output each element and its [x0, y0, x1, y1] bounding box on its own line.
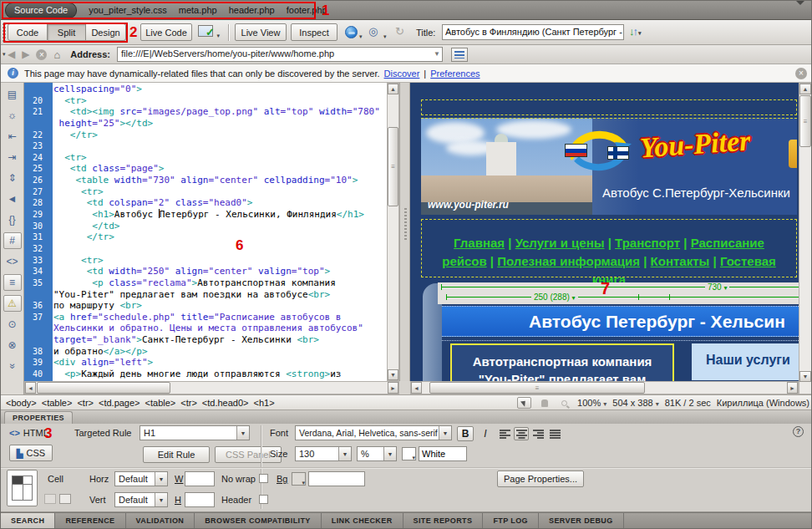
tag-selector-item[interactable]: <body>: [6, 398, 37, 408]
related-file-tab[interactable]: you_piter_style.css: [89, 5, 167, 15]
document-title-input[interactable]: Автобус в Финляндию (Санкт Петербург - Х…: [442, 24, 624, 40]
page-properties-button[interactable]: Page Properties...: [497, 471, 584, 487]
refresh-design-view-icon[interactable]: ↻: [395, 25, 404, 38]
source-code-tab[interactable]: Source Code: [5, 3, 77, 18]
close-info-bar-icon[interactable]: ×: [795, 68, 807, 79]
discover-link[interactable]: Discover: [384, 69, 420, 79]
tag-selector-item[interactable]: <h1>: [254, 398, 275, 408]
code-line[interactable]: 20 <tr>: [24, 95, 387, 107]
html-mode-button[interactable]: <> HTML: [9, 425, 56, 441]
bg-color-input[interactable]: [308, 471, 365, 486]
results-tab-search[interactable]: SEARCH: [1, 513, 55, 529]
results-tab-browser-compatibility[interactable]: BROWSER COMPATIBILITY: [195, 513, 322, 529]
design-nav-link[interactable]: Транспорт: [615, 236, 680, 250]
scroll-right-icon[interactable]: ►: [388, 382, 398, 394]
align-center-button[interactable]: [514, 427, 529, 440]
cell-width-label[interactable]: 250 (288) ▾: [531, 292, 578, 302]
remove-comment-icon[interactable]: ⊗: [3, 337, 22, 354]
forward-icon[interactable]: ▶: [22, 48, 29, 60]
results-tab-ftp-log[interactable]: FTP LOG: [483, 513, 539, 529]
results-tab-validation[interactable]: VALIDATION: [126, 513, 195, 529]
address-dropdown-caret[interactable]: ▼: [434, 50, 440, 58]
design-view-button[interactable]: Design: [86, 23, 126, 41]
code-line[interactable]: 22 </tr>: [24, 130, 387, 141]
check-browser-compatibility-icon[interactable]: ✓▾: [198, 25, 220, 39]
text-color-picker[interactable]: [402, 447, 416, 460]
magnification-select[interactable]: 100% ▾: [577, 398, 606, 408]
toolbar-grip[interactable]: [3, 23, 6, 42]
recent-snippets-icon[interactable]: »: [4, 357, 21, 375]
design-nav-link[interactable]: Полезная информация: [497, 254, 640, 268]
design-hscroll-thumb[interactable]: ≡: [429, 382, 645, 394]
code-line[interactable]: 39<div align="left">: [24, 357, 387, 369]
balance-braces-icon[interactable]: {}: [3, 211, 22, 228]
results-tab-link-checker[interactable]: LINK CHECKER: [322, 513, 403, 529]
code-scroll-thumb[interactable]: ≡: [388, 127, 398, 206]
related-file-tab[interactable]: meta.php: [179, 5, 217, 15]
code-line[interactable]: height="25"></td>: [24, 118, 387, 130]
code-line[interactable]: 33 <tr>: [24, 255, 387, 267]
justify-button[interactable]: [547, 427, 562, 440]
results-tab-server-debug[interactable]: SERVER DEBUG: [539, 513, 624, 529]
code-view-button[interactable]: Code: [8, 23, 48, 41]
font-select[interactable]: Verdana, Arial, Helvetica, sans-serif▼: [295, 425, 452, 440]
page-heading-h1[interactable]: Автобус Петербург - Хельсин: [442, 306, 799, 337]
size-select[interactable]: 130▼: [295, 446, 352, 461]
results-tab-reference[interactable]: REFERENCE: [55, 513, 125, 529]
stop-icon[interactable]: ×: [36, 49, 47, 60]
table-width-label[interactable]: 730 ▾: [705, 282, 729, 292]
filter-related-files-icon[interactable]: [794, 5, 806, 15]
scroll-down-icon[interactable]: ▼: [388, 369, 398, 380]
hand-tool-icon[interactable]: [537, 397, 551, 409]
syntax-error-alerts-icon[interactable]: ⚠: [3, 295, 22, 312]
split-view-divider[interactable]: [399, 83, 410, 381]
scroll-left-icon[interactable]: ◄: [411, 382, 422, 394]
scroll-right-icon[interactable]: ►: [787, 382, 798, 394]
code-line[interactable]: 36по маршруту <br>: [24, 300, 387, 312]
code-line[interactable]: 30 </td>: [24, 221, 387, 232]
back-icon[interactable]: ◀: [8, 48, 15, 60]
vert-align-select[interactable]: Default▼: [114, 492, 168, 507]
related-file-tab[interactable]: header.php: [229, 5, 275, 15]
code-line[interactable]: 24 <tr>: [24, 152, 387, 164]
related-files-list-caret[interactable]: ▾: [3, 51, 6, 58]
collapse-selection-icon[interactable]: ⇥: [3, 149, 22, 165]
tag-selector-item[interactable]: <tr>: [77, 398, 94, 408]
results-tab-site-reports[interactable]: SITE REPORTS: [403, 513, 484, 529]
file-get-put-icon[interactable]: ↓↑▾: [629, 25, 651, 39]
design-horizontal-scrollbar[interactable]: ◄ ≡ ►: [410, 381, 799, 394]
scroll-down-icon[interactable]: ▼: [799, 371, 811, 382]
code-line[interactable]: Хельсинки и обратно. Цены и места отправ…: [24, 323, 387, 334]
zoom-tool-icon[interactable]: [557, 397, 571, 409]
edit-rule-button[interactable]: Edit Rule: [143, 446, 210, 463]
preview-in-browser-icon[interactable]: [345, 26, 358, 38]
code-line[interactable]: 21 <td><img src="images/page_top.png" al…: [24, 106, 387, 118]
design-scroll-thumb[interactable]: ≡: [799, 95, 811, 147]
merge-cells-icon[interactable]: [44, 494, 56, 504]
header-checkbox[interactable]: [259, 495, 268, 504]
code-line[interactable]: 40 <p>Каждый день многие люди отправляют…: [24, 369, 387, 380]
text-color-input[interactable]: White: [419, 446, 467, 461]
code-line[interactable]: 38и обратно</a></p>: [24, 346, 387, 358]
code-line[interactable]: 34 <td width="250" align="center" valign…: [24, 266, 387, 277]
preferences-link[interactable]: Preferences: [430, 69, 480, 79]
help-icon[interactable]: ?: [793, 426, 804, 437]
code-hscroll-thumb[interactable]: [37, 382, 170, 394]
visual-aids-icon[interactable]: ◎: [368, 25, 383, 38]
no-wrap-checkbox[interactable]: [259, 474, 268, 483]
tag-selector-item[interactable]: <table>: [145, 398, 176, 408]
code-line[interactable]: 27 <tr>: [24, 186, 387, 198]
home-icon[interactable]: ⌂: [53, 48, 60, 61]
collapse-full-tag-icon[interactable]: ⇤: [3, 128, 22, 145]
tag-selector-item[interactable]: <td.head0>: [202, 398, 249, 408]
code-line[interactable]: 29 <h1>Автобус Петербург - Хельсинки, Фи…: [24, 209, 387, 221]
cell-height-input[interactable]: [185, 492, 215, 507]
design-nav-link[interactable]: Главная: [454, 236, 505, 250]
window-size-select[interactable]: 504 x 388 ▾: [612, 398, 658, 408]
code-horizontal-scrollbar[interactable]: ◄ ►: [24, 381, 399, 394]
code-vertical-scrollbar[interactable]: ▲ ≡ ▼: [387, 83, 399, 381]
design-nav-link[interactable]: Контакты: [651, 254, 710, 268]
select-parent-tag-icon[interactable]: ◄: [3, 191, 22, 207]
code-line[interactable]: 23: [24, 140, 387, 152]
code-line[interactable]: 31 </tr>: [24, 231, 387, 243]
